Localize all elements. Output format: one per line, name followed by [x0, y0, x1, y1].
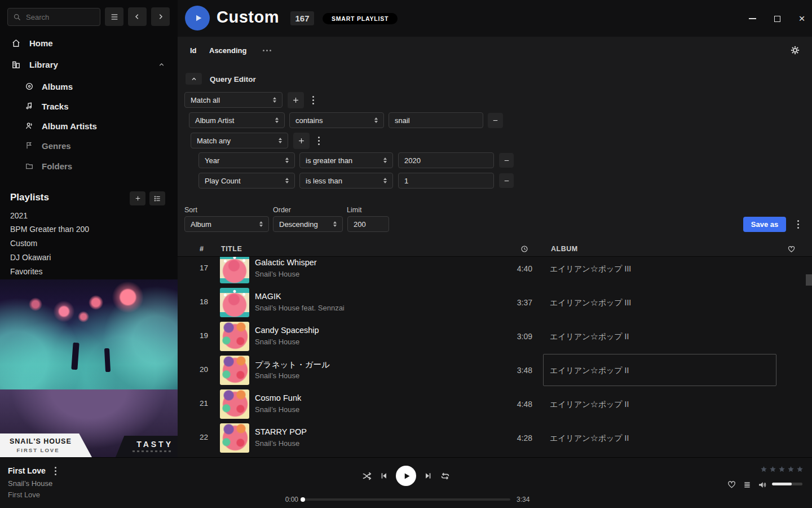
seek-bar[interactable] [302, 498, 510, 501]
forward-button[interactable] [151, 7, 170, 26]
rule-value-input[interactable] [389, 112, 483, 128]
cover-figure [71, 343, 79, 370]
select-value: Match all [191, 96, 220, 104]
settings-gear-icon[interactable] [790, 45, 800, 55]
match-select[interactable]: Match any [191, 133, 288, 148]
track-artist: Snail’s House feat. Sennzai [255, 304, 345, 312]
sidebar-item-tracks[interactable]: Tracks [0, 98, 178, 115]
sidebar-item-folders[interactable]: Folders [0, 157, 178, 174]
track-row[interactable]: 17 Galactic Whisper Snail’s House 4:40 エ… [178, 252, 812, 286]
sidebar-item-label: Tracks [42, 102, 69, 111]
track-row[interactable]: 21 Cosmo Funk Snail’s House 4:48 エイリアン☆ポ… [178, 387, 812, 421]
rule-field-select[interactable]: Album Artist [189, 112, 285, 128]
rule-operator-select[interactable]: is less than [299, 173, 393, 189]
track-row[interactable]: 18 MAGIK Snail’s House feat. Sennzai 3:3… [178, 286, 812, 319]
shuffle-icon[interactable] [361, 471, 372, 481]
now-playing-artist: Snail’s House [8, 479, 52, 488]
more-options-icon[interactable] [263, 50, 271, 51]
playlist-options-icon[interactable] [149, 191, 165, 205]
favorite-heart-icon[interactable] [727, 480, 736, 489]
volume-slider[interactable] [772, 483, 802, 485]
sort-order-button[interactable]: Ascending [209, 46, 246, 55]
playlist-item[interactable]: Custom [10, 237, 162, 250]
page-title: Custom [217, 8, 279, 27]
select-value: Match any [197, 137, 231, 145]
playlist-name: Custom [10, 239, 37, 248]
remove-rule-button[interactable] [499, 173, 514, 188]
match-select[interactable]: Match all [184, 92, 283, 108]
add-playlist-button[interactable] [130, 191, 145, 205]
star-icon[interactable] [787, 465, 795, 474]
rule-field-select[interactable]: Play Count [198, 173, 295, 189]
order-select[interactable]: Descending [273, 216, 343, 232]
column-album[interactable]: ALBUM [551, 245, 578, 253]
sort-field-button[interactable]: Id [190, 46, 197, 55]
save-options-icon[interactable] [792, 217, 804, 232]
query-editor-title: Query Editor [210, 75, 256, 84]
select-value: contains [295, 116, 323, 125]
track-row[interactable]: 19 Candy Spaceship Snail’s House 3:09 エイ… [178, 319, 812, 353]
star-icon[interactable] [796, 465, 804, 474]
maximize-button[interactable] [771, 12, 783, 25]
limit-input[interactable] [347, 216, 389, 232]
rule-field-select[interactable]: Year [198, 152, 295, 168]
previous-track-icon[interactable] [379, 471, 389, 480]
track-row[interactable]: 22 STARRY POP Snail’s House 4:28 エイリアン☆ポ… [178, 421, 812, 455]
playlist-item[interactable]: DJ Okawari [10, 251, 162, 264]
remove-rule-button[interactable] [488, 113, 503, 128]
volume-icon[interactable] [757, 480, 767, 490]
track-number: 17 [187, 264, 208, 272]
track-duration: 3:09 [482, 332, 532, 341]
star-icon[interactable] [760, 465, 768, 474]
sidebar-item-library[interactable]: Library [0, 56, 178, 72]
repeat-icon[interactable] [440, 471, 451, 481]
main-panel: Custom 167 SMART PLAYLIST × Id Ascending… [178, 0, 812, 457]
column-title[interactable]: TITLE [221, 245, 242, 253]
playlist-item[interactable]: Favorites [10, 265, 162, 278]
sort-label: Sort [184, 206, 197, 214]
close-button[interactable]: × [796, 12, 808, 25]
playlist-item[interactable]: 2021 [10, 209, 162, 222]
save-as-button[interactable]: Save as [743, 217, 786, 232]
star-icon[interactable] [778, 465, 786, 474]
chevron-up-icon[interactable] [158, 61, 165, 68]
sidebar-item-album-artists[interactable]: Album Artists [0, 117, 178, 134]
next-track-icon[interactable] [423, 471, 433, 480]
sort-select[interactable]: Album [184, 216, 269, 232]
back-button[interactable] [128, 7, 147, 26]
add-rule-button[interactable] [293, 133, 310, 149]
sidebar-item-home[interactable]: Home [0, 35, 178, 51]
remove-rule-button[interactable] [499, 153, 514, 168]
playlist-item[interactable]: BPM Greater than 200 [10, 222, 162, 236]
sidebar-item-genres[interactable]: Genres [0, 137, 178, 154]
search-input[interactable] [26, 13, 95, 21]
play-pause-button[interactable] [396, 466, 416, 486]
group-options-icon[interactable] [314, 133, 324, 149]
rule-operator-select[interactable]: contains [289, 112, 384, 128]
select-arrows-icon [333, 221, 337, 227]
add-rule-button[interactable] [288, 92, 304, 108]
select-arrows-icon [374, 117, 378, 123]
track-row[interactable]: 20 プラネット・ガール Snail’s House 3:48 エイリアン☆ポッ… [178, 353, 812, 387]
seek-handle[interactable] [301, 497, 305, 502]
search-box[interactable] [7, 8, 100, 26]
queue-icon[interactable] [743, 480, 752, 489]
rule-value-input[interactable] [398, 152, 494, 168]
star-icon[interactable] [769, 465, 777, 474]
scrollbar-thumb[interactable] [806, 274, 812, 286]
player-bar: First Love Snail’s House First Love 0:00… [0, 457, 812, 508]
rule-operator-select[interactable]: is greater than [299, 152, 393, 168]
select-value: Play Count [205, 177, 241, 185]
now-playing-options-icon[interactable] [52, 466, 59, 475]
collapse-query-editor-button[interactable] [186, 73, 202, 85]
sidebar-item-albums[interactable]: Albums [0, 78, 178, 95]
rule-value-input[interactable] [398, 173, 494, 189]
menu-icon[interactable] [105, 7, 123, 26]
favorite-column-heart-icon[interactable] [787, 245, 796, 253]
minimize-button[interactable] [746, 12, 758, 25]
limit-label: Limit [347, 206, 361, 214]
duration-clock-icon[interactable] [520, 245, 528, 253]
group-options-icon[interactable] [308, 92, 318, 108]
track-album-art [220, 254, 249, 283]
play-playlist-button[interactable] [185, 6, 210, 30]
